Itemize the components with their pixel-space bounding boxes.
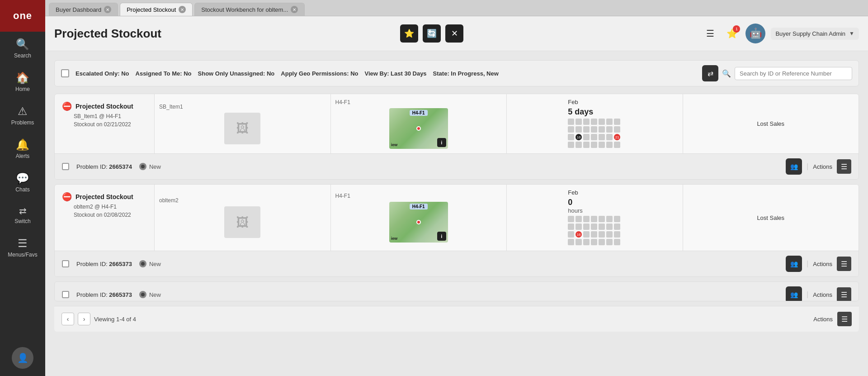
tab-close-buyer-dashboard[interactable]: ✕ (104, 6, 111, 13)
map-view-row2[interactable]: H4-F1 i iew (389, 202, 448, 243)
problem-main-row1: ⛔ Projected Stockout SB_Item1 @ H4-F1 St… (55, 94, 859, 153)
cal-day (599, 126, 605, 133)
next-page-button[interactable]: › (78, 313, 90, 325)
map-view-row1[interactable]: H4-F1 i iew (389, 108, 448, 149)
search-icon: 🔍 (16, 38, 29, 51)
pagination-actions-button[interactable]: Actions (813, 316, 833, 323)
cal-day (591, 126, 597, 133)
sidebar-item-problems[interactable]: ⚠ Problems (0, 99, 45, 132)
pagination-menu-button[interactable]: ☰ (837, 312, 852, 326)
actions-button-row1[interactable]: Actions (813, 163, 832, 170)
alerts-icon: 🔔 (16, 138, 29, 151)
cal-day (599, 134, 605, 140)
cal-day (583, 231, 590, 238)
item-image-row1: 🖼 (224, 113, 260, 144)
cal-hours-row2: hours (568, 207, 583, 214)
map-dot-row1 (416, 126, 421, 131)
cal-day (583, 224, 590, 230)
tab-stockout-workbench[interactable]: Stockout Workbench for obltem... ✕ (194, 3, 305, 16)
cal-day (576, 239, 582, 245)
cal-day (591, 239, 597, 245)
problem-checkbox-row3[interactable] (62, 291, 69, 298)
user-avatar-sidebar[interactable]: 👤 (12, 347, 33, 369)
tab-projected-stockout[interactable]: Projected Stockout ✕ (120, 3, 193, 16)
app-logo[interactable]: one (0, 0, 45, 32)
cal-day (591, 224, 597, 230)
cal-day (591, 142, 597, 148)
cal-grid-row2: 16 (568, 216, 621, 246)
problem-cards-row2: obltem2 🖼 H4-F1 H4-F1 i iew (154, 185, 859, 251)
sidebar-item-chats[interactable]: 💬 Chats (0, 166, 45, 199)
pagination-bar: ‹ › Viewing 1-4 of 4 Actions ☰ (54, 306, 859, 332)
problems-icon: ⚠ (18, 105, 28, 118)
close-button[interactable]: ✕ (445, 24, 463, 43)
item-image-row2: 🖼 (224, 206, 260, 238)
map-card-row1: H4-F1 H4-F1 i iew (330, 94, 507, 153)
menu-dots-button-row2[interactable]: ☰ (837, 257, 851, 271)
map-view-text-row2: iew (391, 236, 398, 241)
actions-button-row2[interactable]: Actions (813, 261, 832, 267)
page-title: Projected Stockout (54, 27, 161, 41)
cal-day (614, 119, 620, 125)
pagination-controls: ‹ › Viewing 1-4 of 4 (61, 313, 136, 325)
problem-date-row1: Stockout on 02/21/2022 (74, 121, 147, 128)
problem-subtitle-row2: obltem2 @ H4-F1 (74, 204, 147, 210)
cal-day (606, 239, 613, 245)
cal-day (591, 231, 597, 238)
cal-day (568, 134, 574, 140)
cal-day (599, 142, 605, 148)
cal-day (591, 216, 597, 222)
notification-button[interactable]: ⭐ 1 (724, 25, 740, 42)
cal-day (599, 239, 605, 245)
tab-close-stockout-workbench[interactable]: ✕ (291, 6, 298, 13)
cal-content-row2: Feb 0 hours (568, 189, 621, 246)
sidebar-item-alerts[interactable]: 🔔 Alerts (0, 132, 45, 166)
menu-dots-button-row3[interactable]: ☰ (837, 287, 851, 301)
sidebar-item-switch[interactable]: ⇄ Switch (0, 199, 45, 231)
tab-buyer-dashboard[interactable]: Buyer Dashboard ✕ (49, 3, 118, 16)
filter-options-button[interactable]: ⇄ (702, 65, 718, 81)
actions-button-row3[interactable]: Actions (813, 291, 832, 298)
problem-type-row1: ⛔ Projected Stockout (62, 101, 147, 111)
status-badge-row1: New (139, 163, 161, 170)
cal-day (576, 119, 582, 125)
sidebar-item-search[interactable]: 🔍 Search (0, 32, 45, 65)
problem-id-row2: Problem ID: 2665373 New 👥 | Actions ☰ (55, 251, 859, 276)
problem-subtitle-row1: SB_Item1 @ H4-F1 (74, 113, 147, 119)
header-menu-button[interactable]: ☰ (702, 25, 718, 42)
tab-close-projected-stockout[interactable]: ✕ (179, 6, 186, 13)
user-menu[interactable]: Buyer Supply Chain Admin ▼ (771, 28, 859, 40)
star-button[interactable]: ⭐ (400, 24, 418, 43)
error-icon-row2: ⛔ (62, 192, 72, 202)
cal-day (568, 231, 574, 238)
main-area: Buyer Dashboard ✕ Projected Stockout ✕ S… (45, 0, 868, 376)
map-info-button-row1[interactable]: i (437, 138, 446, 147)
prev-page-button[interactable]: ‹ (61, 313, 74, 325)
assign-button-row2[interactable]: 👥 (786, 256, 802, 272)
home-icon: 🏠 (16, 71, 29, 84)
menu-dots-button-row1[interactable]: ☰ (837, 159, 851, 174)
problem-id-text-row1: Problem ID: 2665374 (76, 163, 132, 170)
cal-day-highlight-red: 21 (614, 134, 620, 140)
cal-content-row1: Feb 5 days (568, 99, 621, 149)
sidebar-item-home[interactable]: 🏠 Home (0, 65, 45, 99)
user-name: Buyer Supply Chain Admin (775, 30, 845, 37)
select-all-checkbox[interactable] (61, 69, 69, 77)
menus-icon: ☰ (18, 237, 28, 250)
notification-badge: 1 (733, 25, 740, 33)
refresh-button[interactable]: 🔄 (423, 24, 441, 43)
cal-day (568, 126, 574, 133)
cal-day (614, 239, 620, 245)
problem-checkbox-row1[interactable] (62, 163, 69, 170)
status-badge-row3: New (139, 291, 161, 298)
sidebar-item-menus[interactable]: ☰ Menus/Favs (0, 231, 45, 264)
lost-sales-card-row1: Lost Sales (683, 94, 859, 153)
problem-checkbox-row2[interactable] (62, 260, 69, 267)
search-input[interactable] (735, 67, 852, 80)
map-info-button-row2[interactable]: i (437, 232, 446, 241)
assign-button-row1[interactable]: 👥 (786, 158, 802, 175)
assign-button-row3[interactable]: 👥 (786, 286, 802, 301)
filter-bar: Escalated Only: No Assigned To Me: No Sh… (54, 60, 859, 86)
map-card-row2: H4-F1 H4-F1 i iew (330, 185, 507, 251)
lost-sales-label-row2: Lost Sales (757, 214, 784, 221)
